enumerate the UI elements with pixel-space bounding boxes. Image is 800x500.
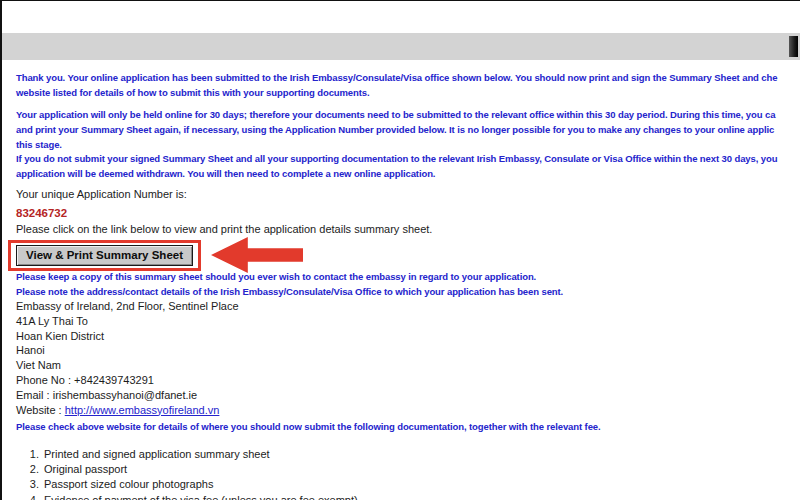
summary-sheet-button-row: View & Print Summary Sheet bbox=[8, 237, 303, 273]
red-arrow-left-icon bbox=[211, 237, 303, 273]
intro-text-line: website listed for details of how to sub… bbox=[16, 85, 800, 100]
email-address: irishembassyhanoi@dfanet.ie bbox=[53, 389, 197, 401]
keep-copy-note: Please keep a copy of this summary sheet… bbox=[16, 269, 800, 284]
embassy-address-block: Embassy of Ireland, 2nd Floor, Sentinel … bbox=[16, 299, 800, 417]
address-line: Hanoi bbox=[16, 343, 800, 358]
check-website-note: Please check above website for details o… bbox=[16, 419, 800, 434]
address-line: Viet Nam bbox=[16, 358, 800, 373]
document-list-item: Evidence of payment of the visa fee (unl… bbox=[42, 493, 800, 500]
email-label: Email : bbox=[16, 389, 53, 401]
phone-row: Phone No : +842439743291 bbox=[16, 373, 800, 388]
address-note: Please note the address/contact details … bbox=[16, 284, 800, 299]
embassy-website-link[interactable]: http://www.embassyofireland.vn bbox=[65, 404, 220, 416]
website-label: Website : bbox=[16, 404, 65, 416]
intro-text-line: Thank you. Your online application has b… bbox=[16, 70, 800, 85]
address-line: Hoan Kien District bbox=[16, 329, 800, 344]
phone-number: +842439743291 bbox=[74, 374, 154, 386]
document-list-item: Printed and signed application summary s… bbox=[42, 447, 800, 462]
intro-text-line: If you do not submit your signed Summary… bbox=[16, 151, 800, 166]
email-row: Email : irishembassyhanoi@dfanet.ie bbox=[16, 388, 800, 403]
address-line: Embassy of Ireland, 2nd Floor, Sentinel … bbox=[16, 299, 800, 314]
intro-text-line: and print your Summary Sheet again, if n… bbox=[16, 122, 800, 137]
document-list-item: Passport sized colour photographs bbox=[42, 477, 800, 492]
header-bar bbox=[2, 33, 800, 60]
window-left-border bbox=[0, 0, 2, 500]
window-top-border bbox=[0, 0, 800, 1]
view-print-summary-sheet-button[interactable]: View & Print Summary Sheet bbox=[16, 245, 193, 266]
visa-application-confirmation-page: { "colors": { "blue_text": "#2424cc", "a… bbox=[0, 0, 800, 500]
website-row: Website : http://www.embassyofireland.vn bbox=[16, 403, 800, 418]
intro-paragraph-2: Your application will only be held onlin… bbox=[16, 107, 800, 152]
address-line: 41A Ly Thai To bbox=[16, 314, 800, 329]
intro-text-line: Your application will only be held onlin… bbox=[16, 107, 800, 122]
link-instruction: Please click on the link below to view a… bbox=[16, 222, 800, 237]
header-bar-edge-button[interactable] bbox=[789, 36, 798, 57]
phone-label: Phone No : bbox=[16, 374, 74, 386]
application-number-label: Your unique Application Number is: bbox=[16, 187, 800, 202]
document-list-item: Original passport bbox=[42, 462, 800, 477]
intro-text-line: application will be deemed withdrawn. Yo… bbox=[16, 166, 800, 181]
intro-paragraph-1: Thank you. Your online application has b… bbox=[16, 70, 800, 100]
application-number: 83246732 bbox=[16, 206, 800, 221]
red-annotation-box: View & Print Summary Sheet bbox=[8, 240, 201, 271]
intro-paragraph-3: If you do not submit your signed Summary… bbox=[16, 151, 800, 181]
required-documents-list: Printed and signed application summary s… bbox=[16, 447, 800, 500]
intro-text-line: this stage. bbox=[16, 137, 800, 152]
